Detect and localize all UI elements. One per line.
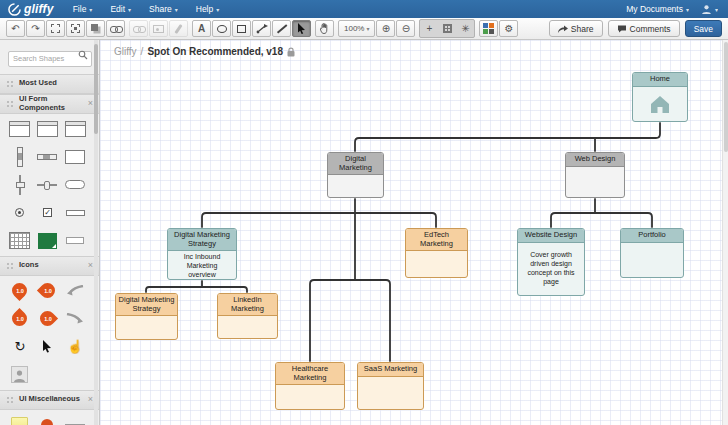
node-digital-marketing[interactable]: Digital Marketing bbox=[327, 152, 384, 198]
brush-icon bbox=[174, 24, 182, 34]
stencil-table[interactable] bbox=[6, 230, 34, 252]
theme-colors-button[interactable] bbox=[479, 20, 498, 37]
home-icon bbox=[649, 94, 671, 114]
node-saas-marketing[interactable]: SaaS Marketing bbox=[357, 362, 424, 410]
canvas-scrollbar[interactable] bbox=[722, 40, 728, 425]
drag-grip-icon bbox=[6, 396, 14, 404]
stencil-input-box[interactable] bbox=[61, 230, 89, 252]
close-icon[interactable]: × bbox=[88, 395, 93, 404]
stencil-line[interactable] bbox=[61, 414, 89, 425]
section-most-used[interactable]: Most Used bbox=[0, 74, 99, 94]
stencil-horizontal-slider[interactable] bbox=[34, 174, 62, 196]
redo-button[interactable]: ↷ bbox=[26, 20, 45, 37]
node-digital-marketing-strategy[interactable]: Digital Marketing StrategyInc Inbound Ma… bbox=[167, 228, 237, 280]
stencil-vertical-scrollbar[interactable] bbox=[6, 146, 34, 168]
stencil-curved-arrow-right[interactable] bbox=[61, 308, 89, 330]
stencil-browser-window[interactable] bbox=[6, 118, 34, 140]
zoom-out-button[interactable]: ⊖ bbox=[396, 20, 415, 37]
section-icons[interactable]: Icons × bbox=[0, 256, 99, 276]
ungroup-button[interactable] bbox=[106, 20, 125, 37]
node-web-design[interactable]: Web Design bbox=[565, 152, 625, 198]
connector-digital-marketing-children[interactable] bbox=[202, 213, 436, 228]
rectangle-tool-button[interactable] bbox=[232, 20, 251, 37]
menu-share[interactable]: Share▾ bbox=[140, 0, 187, 18]
node-digital-marketing-strategy-2[interactable]: Digital Marketing Strategy bbox=[115, 293, 178, 340]
hand-pointer-icon: ☝ bbox=[67, 339, 83, 354]
line-tool-button[interactable] bbox=[272, 20, 291, 37]
stencil-map-pin-left[interactable]: 1.0 bbox=[6, 308, 34, 330]
node-linkedin-marketing[interactable]: LinkedIn Marketing bbox=[217, 293, 278, 339]
zoom-level-select[interactable]: 100%▾ bbox=[338, 20, 375, 37]
stencil-map-pin-right[interactable]: 1.0 bbox=[34, 308, 62, 330]
selection-dot-icon bbox=[71, 24, 80, 33]
logo-text: gliffy bbox=[24, 2, 54, 16]
section-ui-miscellaneous[interactable]: UI Miscellaneous × bbox=[0, 390, 99, 410]
save-button[interactable]: Save bbox=[685, 20, 722, 37]
guides-toggle[interactable]: + bbox=[420, 20, 438, 37]
ellipse-tool-button[interactable] bbox=[212, 20, 231, 37]
snap-toggle[interactable]: ✳ bbox=[456, 20, 474, 37]
node-website-design[interactable]: Website DesignCover growthdriven designc… bbox=[517, 228, 585, 296]
lock-icon bbox=[287, 47, 295, 57]
comments-button[interactable]: Comments bbox=[608, 20, 680, 37]
connector-digital-marketing-grandchildren[interactable] bbox=[310, 280, 390, 362]
my-documents-menu[interactable]: My Documents▾ bbox=[618, 0, 697, 18]
close-icon[interactable]: × bbox=[88, 99, 93, 108]
breadcrumb-app[interactable]: Gliffy bbox=[114, 46, 137, 57]
diagram-canvas[interactable]: Gliffy / Spot On Recommended, v18 HomeDi… bbox=[100, 40, 728, 425]
editor-toolbar: ↶ ↷ A 100%▾ ⊕ ⊖ + ✳ bbox=[0, 18, 728, 40]
stencil-refresh-arrow[interactable]: ↻ bbox=[6, 336, 34, 358]
stencil-window-dialog[interactable] bbox=[34, 118, 62, 140]
stencil-text-field[interactable] bbox=[61, 202, 89, 224]
user-account-menu[interactable]: ▾ bbox=[697, 0, 728, 18]
node-portfolio[interactable]: Portfolio bbox=[620, 228, 684, 278]
gliffy-logo[interactable]: gliffy bbox=[0, 2, 64, 16]
stencil-vertical-slider[interactable] bbox=[6, 174, 34, 196]
insert-image-button bbox=[149, 20, 168, 37]
connector-web-design-children[interactable] bbox=[551, 213, 652, 228]
stencil-window-panel[interactable] bbox=[61, 118, 89, 140]
menu-edit[interactable]: Edit▾ bbox=[101, 0, 140, 18]
pointer-tool-button[interactable] bbox=[292, 20, 311, 37]
menu-help[interactable]: Help▾ bbox=[187, 0, 229, 18]
stencil-person[interactable] bbox=[6, 364, 34, 386]
stencil-radio-button[interactable] bbox=[6, 202, 34, 224]
zoom-in-button[interactable]: ⊕ bbox=[376, 20, 395, 37]
share-button[interactable]: Share bbox=[549, 20, 603, 37]
undo-button[interactable]: ↶ bbox=[6, 20, 25, 37]
stencil-curved-arrow-left[interactable] bbox=[61, 280, 89, 302]
connector-tool-button[interactable] bbox=[252, 20, 271, 37]
ui-miscellaneous-shapes bbox=[0, 410, 99, 425]
section-ui-form-components[interactable]: UI Form Components × bbox=[0, 94, 99, 114]
node-edtech-marketing[interactable]: EdTech Marketing bbox=[405, 228, 468, 278]
sidebar-scrollbar[interactable] bbox=[94, 40, 98, 425]
select-all-button[interactable] bbox=[46, 20, 65, 37]
pan-tool-button[interactable] bbox=[315, 20, 334, 37]
menu-file[interactable]: File▾ bbox=[64, 0, 102, 18]
stencil-checkbox[interactable]: ✓ bbox=[34, 202, 62, 224]
close-icon[interactable]: × bbox=[88, 261, 93, 270]
stencil-map-pin-down[interactable]: 1.0 bbox=[6, 280, 34, 302]
stencil-map-pin-up[interactable]: 1.0 bbox=[34, 280, 62, 302]
node-home[interactable]: Home bbox=[632, 72, 688, 122]
stencil-cursor-arrow[interactable] bbox=[34, 336, 62, 358]
grid-toggle[interactable] bbox=[438, 20, 456, 37]
node-body bbox=[276, 385, 344, 409]
stencil-select-box[interactable] bbox=[34, 230, 62, 252]
text-tool-button[interactable]: A bbox=[192, 20, 211, 37]
settings-button[interactable]: ⚙ bbox=[499, 20, 518, 37]
stencil-sticky-note[interactable] bbox=[6, 414, 34, 425]
stencil-rectangle[interactable] bbox=[61, 146, 89, 168]
connector-home-to-digital-marketing[interactable] bbox=[355, 122, 660, 152]
group-button[interactable] bbox=[86, 20, 105, 37]
drag-grip-icon bbox=[6, 80, 14, 88]
user-icon bbox=[701, 4, 712, 15]
stencil-hand-pointer[interactable]: ☝ bbox=[61, 336, 89, 358]
stencil-circle[interactable] bbox=[34, 414, 62, 425]
stencil-horizontal-scrollbar[interactable] bbox=[34, 146, 62, 168]
person-icon bbox=[11, 366, 28, 383]
stencil-rounded-rectangle[interactable] bbox=[61, 174, 89, 196]
node-healthcare-marketing[interactable]: Healthcare Marketing bbox=[275, 362, 345, 410]
link-icon bbox=[133, 25, 145, 33]
select-similar-button[interactable] bbox=[66, 20, 85, 37]
